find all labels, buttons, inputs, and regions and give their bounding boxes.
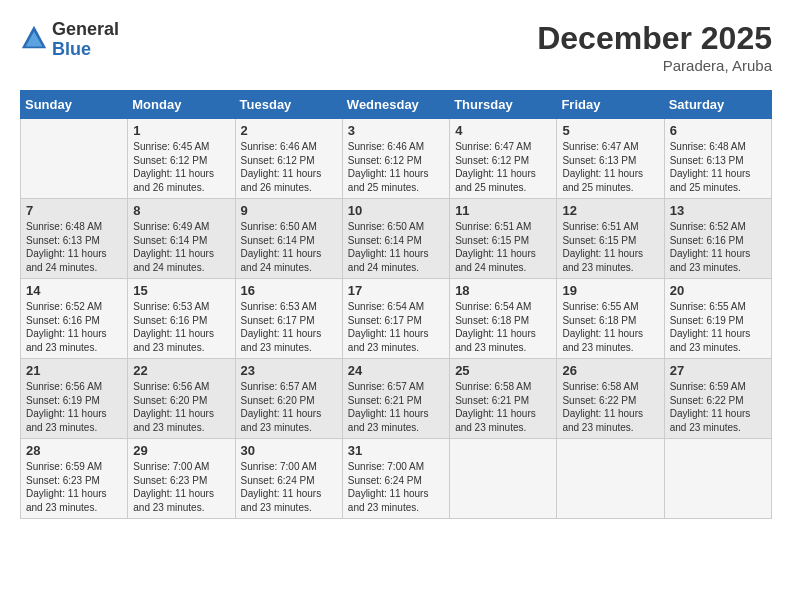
logo: General Blue: [20, 20, 119, 60]
day-number: 5: [562, 123, 658, 138]
day-info: Sunrise: 6:56 AM Sunset: 6:20 PM Dayligh…: [133, 380, 229, 434]
day-info: Sunrise: 6:45 AM Sunset: 6:12 PM Dayligh…: [133, 140, 229, 194]
location: Paradera, Aruba: [537, 57, 772, 74]
day-of-week-header: Sunday: [21, 91, 128, 119]
day-number: 15: [133, 283, 229, 298]
day-number: 10: [348, 203, 444, 218]
calendar-cell: 17Sunrise: 6:54 AM Sunset: 6:17 PM Dayli…: [342, 279, 449, 359]
day-number: 9: [241, 203, 337, 218]
day-number: 30: [241, 443, 337, 458]
calendar-cell: 18Sunrise: 6:54 AM Sunset: 6:18 PM Dayli…: [450, 279, 557, 359]
calendar-cell: 10Sunrise: 6:50 AM Sunset: 6:14 PM Dayli…: [342, 199, 449, 279]
day-number: 22: [133, 363, 229, 378]
calendar-cell: 27Sunrise: 6:59 AM Sunset: 6:22 PM Dayli…: [664, 359, 771, 439]
day-number: 18: [455, 283, 551, 298]
calendar-cell: 14Sunrise: 6:52 AM Sunset: 6:16 PM Dayli…: [21, 279, 128, 359]
calendar-cell: 26Sunrise: 6:58 AM Sunset: 6:22 PM Dayli…: [557, 359, 664, 439]
logo-general-text: General: [52, 20, 119, 40]
calendar-cell: [557, 439, 664, 519]
day-info: Sunrise: 6:46 AM Sunset: 6:12 PM Dayligh…: [348, 140, 444, 194]
day-number: 27: [670, 363, 766, 378]
day-number: 16: [241, 283, 337, 298]
day-number: 14: [26, 283, 122, 298]
day-info: Sunrise: 6:53 AM Sunset: 6:16 PM Dayligh…: [133, 300, 229, 354]
page-header: General Blue December 2025 Paradera, Aru…: [20, 20, 772, 74]
day-info: Sunrise: 6:53 AM Sunset: 6:17 PM Dayligh…: [241, 300, 337, 354]
day-number: 17: [348, 283, 444, 298]
day-info: Sunrise: 7:00 AM Sunset: 6:23 PM Dayligh…: [133, 460, 229, 514]
title-block: December 2025 Paradera, Aruba: [537, 20, 772, 74]
calendar-cell: 28Sunrise: 6:59 AM Sunset: 6:23 PM Dayli…: [21, 439, 128, 519]
day-info: Sunrise: 6:54 AM Sunset: 6:17 PM Dayligh…: [348, 300, 444, 354]
day-number: 8: [133, 203, 229, 218]
calendar-cell: 12Sunrise: 6:51 AM Sunset: 6:15 PM Dayli…: [557, 199, 664, 279]
calendar-cell: 23Sunrise: 6:57 AM Sunset: 6:20 PM Dayli…: [235, 359, 342, 439]
day-of-week-header: Tuesday: [235, 91, 342, 119]
calendar-cell: 5Sunrise: 6:47 AM Sunset: 6:13 PM Daylig…: [557, 119, 664, 199]
day-number: 4: [455, 123, 551, 138]
day-info: Sunrise: 6:55 AM Sunset: 6:19 PM Dayligh…: [670, 300, 766, 354]
calendar-cell: 25Sunrise: 6:58 AM Sunset: 6:21 PM Dayli…: [450, 359, 557, 439]
day-info: Sunrise: 6:47 AM Sunset: 6:13 PM Dayligh…: [562, 140, 658, 194]
day-info: Sunrise: 6:51 AM Sunset: 6:15 PM Dayligh…: [562, 220, 658, 274]
day-info: Sunrise: 6:58 AM Sunset: 6:21 PM Dayligh…: [455, 380, 551, 434]
day-number: 3: [348, 123, 444, 138]
day-info: Sunrise: 6:48 AM Sunset: 6:13 PM Dayligh…: [26, 220, 122, 274]
day-number: 31: [348, 443, 444, 458]
logo-text: General Blue: [52, 20, 119, 60]
day-info: Sunrise: 6:58 AM Sunset: 6:22 PM Dayligh…: [562, 380, 658, 434]
day-info: Sunrise: 6:57 AM Sunset: 6:21 PM Dayligh…: [348, 380, 444, 434]
calendar-cell: 11Sunrise: 6:51 AM Sunset: 6:15 PM Dayli…: [450, 199, 557, 279]
day-number: 25: [455, 363, 551, 378]
day-number: 1: [133, 123, 229, 138]
logo-blue-text: Blue: [52, 40, 119, 60]
day-number: 21: [26, 363, 122, 378]
calendar-cell: 24Sunrise: 6:57 AM Sunset: 6:21 PM Dayli…: [342, 359, 449, 439]
calendar-cell: 21Sunrise: 6:56 AM Sunset: 6:19 PM Dayli…: [21, 359, 128, 439]
day-number: 20: [670, 283, 766, 298]
day-info: Sunrise: 6:52 AM Sunset: 6:16 PM Dayligh…: [26, 300, 122, 354]
calendar-week-row: 28Sunrise: 6:59 AM Sunset: 6:23 PM Dayli…: [21, 439, 772, 519]
day-info: Sunrise: 7:00 AM Sunset: 6:24 PM Dayligh…: [348, 460, 444, 514]
day-number: 29: [133, 443, 229, 458]
day-info: Sunrise: 7:00 AM Sunset: 6:24 PM Dayligh…: [241, 460, 337, 514]
day-of-week-header: Wednesday: [342, 91, 449, 119]
day-info: Sunrise: 6:50 AM Sunset: 6:14 PM Dayligh…: [348, 220, 444, 274]
day-info: Sunrise: 6:51 AM Sunset: 6:15 PM Dayligh…: [455, 220, 551, 274]
calendar-week-row: 7Sunrise: 6:48 AM Sunset: 6:13 PM Daylig…: [21, 199, 772, 279]
calendar-week-row: 21Sunrise: 6:56 AM Sunset: 6:19 PM Dayli…: [21, 359, 772, 439]
day-number: 26: [562, 363, 658, 378]
day-info: Sunrise: 6:47 AM Sunset: 6:12 PM Dayligh…: [455, 140, 551, 194]
calendar-cell: 7Sunrise: 6:48 AM Sunset: 6:13 PM Daylig…: [21, 199, 128, 279]
day-info: Sunrise: 6:57 AM Sunset: 6:20 PM Dayligh…: [241, 380, 337, 434]
day-number: 28: [26, 443, 122, 458]
month-title: December 2025: [537, 20, 772, 57]
calendar-cell: [21, 119, 128, 199]
calendar-header-row: SundayMondayTuesdayWednesdayThursdayFrid…: [21, 91, 772, 119]
day-number: 11: [455, 203, 551, 218]
calendar-cell: 22Sunrise: 6:56 AM Sunset: 6:20 PM Dayli…: [128, 359, 235, 439]
day-number: 24: [348, 363, 444, 378]
day-number: 23: [241, 363, 337, 378]
day-number: 19: [562, 283, 658, 298]
calendar-cell: [664, 439, 771, 519]
day-of-week-header: Saturday: [664, 91, 771, 119]
calendar-cell: 3Sunrise: 6:46 AM Sunset: 6:12 PM Daylig…: [342, 119, 449, 199]
day-of-week-header: Monday: [128, 91, 235, 119]
calendar-cell: 31Sunrise: 7:00 AM Sunset: 6:24 PM Dayli…: [342, 439, 449, 519]
day-info: Sunrise: 6:59 AM Sunset: 6:22 PM Dayligh…: [670, 380, 766, 434]
calendar-week-row: 14Sunrise: 6:52 AM Sunset: 6:16 PM Dayli…: [21, 279, 772, 359]
calendar-cell: 19Sunrise: 6:55 AM Sunset: 6:18 PM Dayli…: [557, 279, 664, 359]
day-of-week-header: Friday: [557, 91, 664, 119]
day-info: Sunrise: 6:55 AM Sunset: 6:18 PM Dayligh…: [562, 300, 658, 354]
calendar-cell: 30Sunrise: 7:00 AM Sunset: 6:24 PM Dayli…: [235, 439, 342, 519]
calendar-cell: 20Sunrise: 6:55 AM Sunset: 6:19 PM Dayli…: [664, 279, 771, 359]
calendar-cell: 1Sunrise: 6:45 AM Sunset: 6:12 PM Daylig…: [128, 119, 235, 199]
calendar-cell: 16Sunrise: 6:53 AM Sunset: 6:17 PM Dayli…: [235, 279, 342, 359]
day-info: Sunrise: 6:59 AM Sunset: 6:23 PM Dayligh…: [26, 460, 122, 514]
day-info: Sunrise: 6:49 AM Sunset: 6:14 PM Dayligh…: [133, 220, 229, 274]
calendar-cell: 2Sunrise: 6:46 AM Sunset: 6:12 PM Daylig…: [235, 119, 342, 199]
day-info: Sunrise: 6:52 AM Sunset: 6:16 PM Dayligh…: [670, 220, 766, 274]
calendar-cell: [450, 439, 557, 519]
day-info: Sunrise: 6:54 AM Sunset: 6:18 PM Dayligh…: [455, 300, 551, 354]
